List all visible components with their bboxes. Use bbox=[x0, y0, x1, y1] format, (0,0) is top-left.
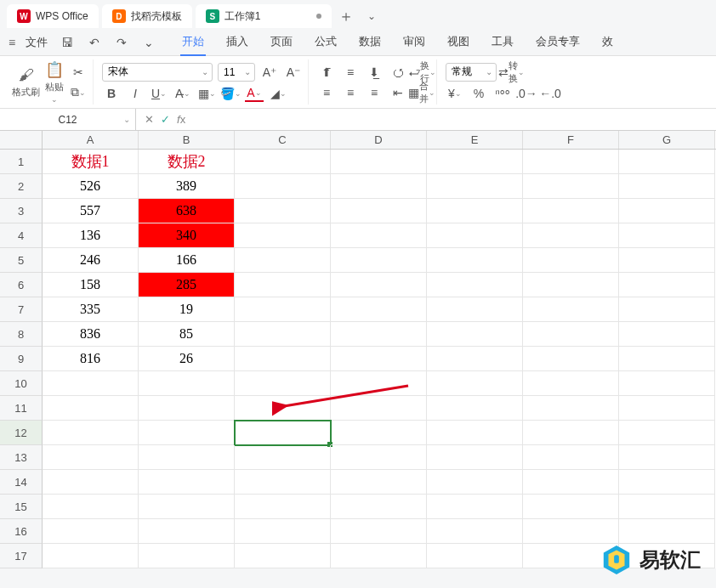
formula-input[interactable] bbox=[194, 109, 716, 130]
cell[interactable] bbox=[235, 273, 331, 297]
tab-template[interactable]: D 找稻壳模板 bbox=[102, 4, 192, 28]
cell[interactable]: 285 bbox=[139, 273, 235, 297]
cell[interactable] bbox=[427, 396, 523, 421]
cell[interactable] bbox=[43, 519, 139, 544]
wrap-text-button[interactable]: ⮐换行 bbox=[412, 64, 431, 81]
cell[interactable] bbox=[235, 519, 331, 544]
cell[interactable] bbox=[43, 544, 139, 568]
menu-file[interactable]: 文件 bbox=[26, 35, 48, 50]
cell[interactable] bbox=[43, 495, 139, 519]
decimal-inc-icon[interactable]: .0→ bbox=[517, 85, 536, 102]
cell[interactable] bbox=[43, 445, 139, 470]
fill-color-icon[interactable]: 🪣 bbox=[221, 85, 240, 102]
cell[interactable]: 816 bbox=[43, 347, 139, 371]
cell[interactable] bbox=[235, 495, 331, 519]
menu-page[interactable]: 页面 bbox=[269, 29, 294, 56]
align-middle-icon[interactable]: ≡ bbox=[341, 64, 360, 81]
cell[interactable]: 136 bbox=[43, 223, 139, 248]
cell[interactable] bbox=[331, 470, 427, 495]
col-A[interactable]: A bbox=[43, 131, 139, 149]
cell[interactable]: 246 bbox=[43, 248, 139, 273]
border-icon[interactable]: ▦ bbox=[197, 85, 216, 102]
cell[interactable] bbox=[427, 371, 523, 396]
cell[interactable] bbox=[235, 445, 331, 470]
cell[interactable] bbox=[43, 421, 139, 445]
row-header[interactable]: 16 bbox=[0, 519, 43, 544]
cell[interactable]: 526 bbox=[43, 174, 139, 199]
cell[interactable] bbox=[139, 421, 235, 445]
cell[interactable]: 166 bbox=[139, 248, 235, 273]
cell[interactable] bbox=[523, 150, 619, 174]
convert-button[interactable]: ⇄转换 bbox=[502, 64, 520, 81]
cell[interactable]: 638 bbox=[139, 199, 235, 223]
cell[interactable] bbox=[427, 248, 523, 273]
cell[interactable] bbox=[619, 495, 715, 519]
row-header[interactable]: 15 bbox=[0, 495, 43, 519]
undo-icon[interactable]: ↶ bbox=[85, 34, 104, 51]
cell[interactable] bbox=[139, 519, 235, 544]
cell[interactable] bbox=[523, 273, 619, 297]
cell[interactable] bbox=[235, 223, 331, 248]
row-header[interactable]: 2 bbox=[0, 174, 43, 199]
cell[interactable] bbox=[523, 396, 619, 421]
quickaccess-more-icon[interactable]: ⌄ bbox=[139, 34, 158, 51]
cell[interactable] bbox=[331, 297, 427, 322]
tab-menu-button[interactable]: ⌄ bbox=[361, 5, 383, 27]
cell[interactable] bbox=[427, 495, 523, 519]
align-top-icon[interactable]: ⬆̄ bbox=[317, 64, 336, 81]
cell[interactable] bbox=[235, 150, 331, 174]
strikethrough-icon[interactable]: A̶ bbox=[173, 85, 192, 102]
cell[interactable] bbox=[523, 347, 619, 371]
cell[interactable] bbox=[427, 544, 523, 568]
row-header[interactable]: 11 bbox=[0, 396, 43, 421]
cell[interactable] bbox=[427, 470, 523, 495]
font-color-icon[interactable]: A bbox=[245, 85, 264, 102]
cell[interactable] bbox=[235, 297, 331, 322]
cell[interactable]: 85 bbox=[139, 322, 235, 347]
cell[interactable] bbox=[619, 223, 715, 248]
cell[interactable] bbox=[523, 248, 619, 273]
cell[interactable] bbox=[331, 174, 427, 199]
number-format-select[interactable]: 常规 bbox=[446, 63, 497, 82]
comma-icon[interactable]: ⁿᵒᵒ bbox=[493, 85, 512, 102]
cell[interactable] bbox=[619, 199, 715, 223]
cell[interactable] bbox=[331, 347, 427, 371]
cell[interactable]: 335 bbox=[43, 297, 139, 322]
menu-view[interactable]: 视图 bbox=[446, 29, 471, 56]
cell[interactable] bbox=[331, 421, 427, 445]
align-bottom-icon[interactable]: ⬇̲ bbox=[365, 64, 384, 81]
font-size-select[interactable]: 11 bbox=[218, 63, 255, 82]
cell[interactable]: 557 bbox=[43, 199, 139, 223]
cell[interactable] bbox=[619, 470, 715, 495]
cell[interactable] bbox=[523, 297, 619, 322]
cell[interactable]: 数据2 bbox=[139, 150, 235, 174]
cell[interactable] bbox=[43, 396, 139, 421]
cell[interactable] bbox=[523, 495, 619, 519]
cell[interactable] bbox=[331, 223, 427, 248]
cell[interactable] bbox=[139, 445, 235, 470]
copy-icon[interactable]: ⧉ bbox=[69, 84, 88, 101]
cell[interactable] bbox=[139, 544, 235, 568]
cell[interactable] bbox=[235, 470, 331, 495]
cell[interactable] bbox=[331, 371, 427, 396]
hamburger-icon[interactable]: ≡ bbox=[9, 36, 15, 49]
redo-icon[interactable]: ↷ bbox=[112, 34, 131, 51]
col-E[interactable]: E bbox=[427, 131, 523, 149]
row-header[interactable]: 8 bbox=[0, 322, 43, 347]
name-box[interactable]: C12 bbox=[0, 109, 136, 130]
percent-icon[interactable]: % bbox=[469, 85, 488, 102]
bold-icon[interactable]: B bbox=[102, 85, 121, 102]
col-B[interactable]: B bbox=[139, 131, 235, 149]
underline-icon[interactable]: U bbox=[150, 85, 168, 102]
tab-workbook[interactable]: S 工作簿1 bbox=[196, 4, 332, 28]
col-C[interactable]: C bbox=[235, 131, 331, 149]
cell[interactable] bbox=[523, 199, 619, 223]
format-painter-button[interactable]: 🖌 格式刷 bbox=[12, 66, 40, 99]
align-left-icon[interactable]: ≡ bbox=[317, 84, 336, 101]
cell[interactable] bbox=[427, 445, 523, 470]
row-header[interactable]: 13 bbox=[0, 445, 43, 470]
cell[interactable] bbox=[523, 421, 619, 445]
cell[interactable]: 19 bbox=[139, 297, 235, 322]
tab-app[interactable]: W WPS Office bbox=[7, 4, 99, 28]
row-header[interactable]: 3 bbox=[0, 199, 43, 223]
